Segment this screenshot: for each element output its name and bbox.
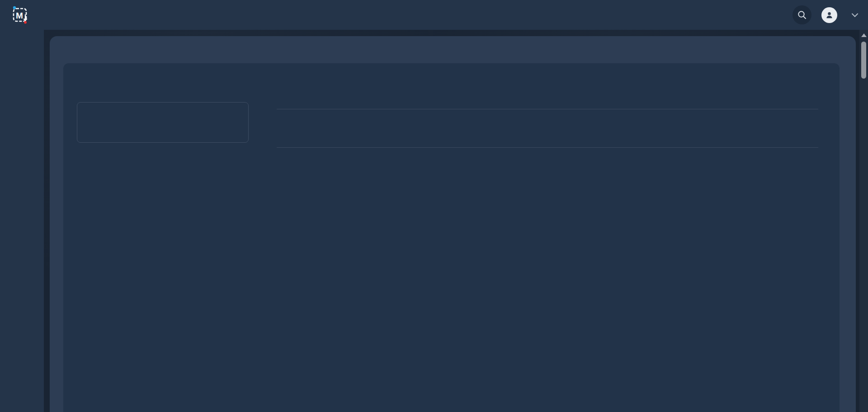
fares-panel: [63, 63, 840, 412]
avatar: [821, 7, 837, 23]
fares-right-panel: [277, 92, 818, 159]
app-logo-icon: M: [12, 5, 30, 24]
fares-left-panel: [71, 92, 256, 159]
chevron-down-icon: [852, 13, 858, 17]
gtfs-data-manager-card: [50, 36, 856, 412]
pagination: [277, 118, 818, 137]
sidebar: [0, 30, 44, 412]
user-menu[interactable]: [821, 7, 858, 23]
card-header: [50, 36, 856, 63]
section-divider: [277, 147, 818, 148]
search-icon: [797, 10, 807, 20]
app-header: M: [0, 0, 868, 30]
search-button[interactable]: [793, 5, 811, 24]
main-area: [44, 30, 868, 412]
sub-tabs: [277, 92, 818, 109]
scrollbar-thumb[interactable]: [861, 42, 866, 79]
scrollbar-up-arrow[interactable]: [861, 33, 867, 37]
fare-info-box: [77, 102, 249, 143]
scrollbar[interactable]: [859, 30, 868, 412]
svg-text:M: M: [16, 11, 23, 20]
